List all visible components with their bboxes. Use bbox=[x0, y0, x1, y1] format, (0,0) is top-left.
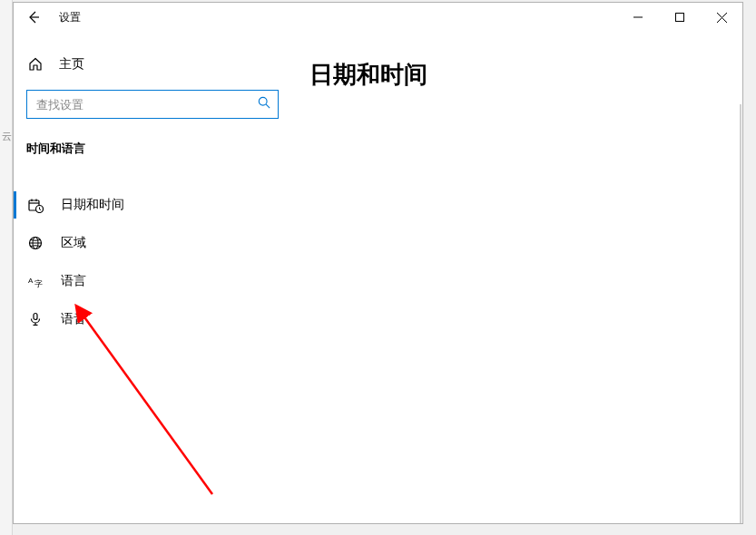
home-icon bbox=[26, 57, 44, 72]
svg-rect-19 bbox=[34, 314, 37, 320]
svg-text:字: 字 bbox=[34, 279, 43, 288]
settings-window: 设置 主页 bbox=[13, 2, 743, 524]
svg-line-6 bbox=[266, 104, 270, 108]
back-button[interactable] bbox=[14, 3, 54, 32]
nav-item-label: 日期和时间 bbox=[61, 197, 124, 213]
nav-item-region[interactable]: 区域 bbox=[14, 224, 291, 262]
titlebar: 设置 bbox=[14, 3, 742, 32]
nav-item-label: 区域 bbox=[61, 235, 86, 251]
sidebar: 主页 时间和语言 日期和时间 bbox=[14, 32, 291, 523]
nav-item-date-time[interactable]: 日期和时间 bbox=[14, 186, 291, 224]
svg-point-5 bbox=[259, 97, 267, 105]
nav-item-label: 语音 bbox=[61, 311, 86, 327]
svg-line-23 bbox=[83, 315, 212, 494]
close-button[interactable] bbox=[701, 3, 742, 32]
minimize-icon bbox=[633, 13, 643, 22]
nav-list: 日期和时间 区域 A字 语言 bbox=[14, 186, 291, 338]
back-arrow-icon bbox=[26, 10, 41, 24]
minimize-button[interactable] bbox=[617, 3, 659, 32]
svg-text:A: A bbox=[28, 277, 34, 285]
window-title: 设置 bbox=[59, 10, 81, 25]
home-button[interactable]: 主页 bbox=[14, 48, 291, 81]
calendar-clock-icon bbox=[26, 198, 44, 213]
microphone-icon bbox=[26, 312, 44, 326]
window-controls bbox=[617, 3, 742, 32]
nav-item-label: 语言 bbox=[61, 273, 86, 289]
page-title: 日期和时间 bbox=[309, 59, 724, 91]
globe-icon bbox=[26, 236, 44, 250]
vertical-scrollbar[interactable] bbox=[740, 104, 741, 523]
background-left-strip: 云 bbox=[0, 0, 13, 535]
search-icon bbox=[258, 96, 270, 112]
svg-line-13 bbox=[39, 209, 41, 209]
maximize-button[interactable] bbox=[659, 3, 701, 32]
maximize-icon bbox=[675, 13, 684, 22]
background-glyph: 云 bbox=[0, 118, 13, 154]
language-icon: A字 bbox=[26, 274, 44, 288]
nav-item-speech[interactable]: 语音 bbox=[14, 300, 291, 338]
main-panel: 日期和时间 bbox=[291, 32, 742, 523]
section-header: 时间和语言 bbox=[14, 135, 291, 166]
close-icon bbox=[717, 13, 727, 23]
search-input[interactable] bbox=[36, 98, 258, 112]
home-label: 主页 bbox=[59, 56, 84, 73]
nav-item-language[interactable]: A字 语言 bbox=[14, 262, 291, 300]
search-input-container[interactable] bbox=[26, 90, 279, 119]
content-area: 主页 时间和语言 日期和时间 bbox=[14, 32, 742, 523]
svg-rect-2 bbox=[676, 14, 684, 22]
